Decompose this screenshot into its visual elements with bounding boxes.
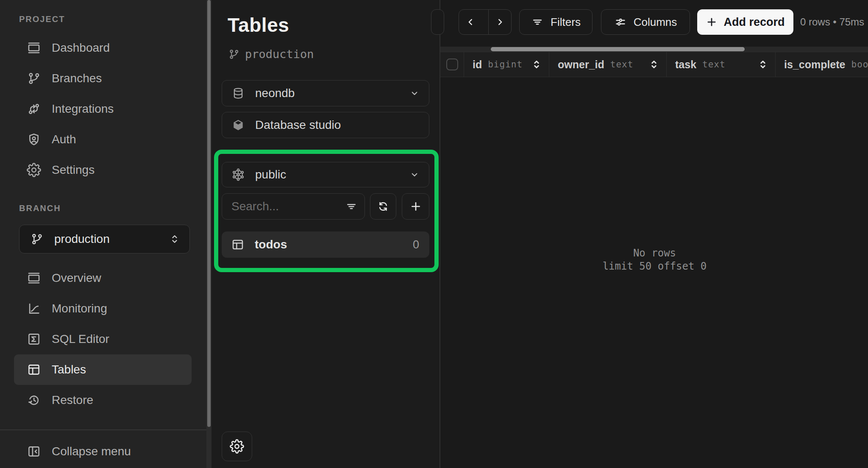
column-name: owner_id: [558, 58, 604, 71]
add-record-label: Add record: [723, 16, 785, 29]
plus-icon: [706, 16, 718, 28]
collapse-menu-button[interactable]: Collapse menu: [0, 436, 206, 467]
empty-state: No rows limit 50 offset 0: [440, 247, 868, 273]
sidebar-item-tables[interactable]: Tables: [14, 354, 192, 385]
filter-icon[interactable]: [345, 200, 358, 213]
overview-icon: [27, 271, 41, 285]
table-search-input[interactable]: [231, 200, 345, 213]
filter-icon: [531, 16, 544, 28]
column-type: bigint: [488, 59, 523, 70]
sidebar-item-auth[interactable]: Auth: [0, 124, 206, 155]
sidebar-item-label: Integrations: [52, 102, 114, 116]
table-row-count: 0: [413, 238, 419, 251]
column-header-id[interactable]: id bigint: [464, 52, 549, 77]
sidebar-item-overview[interactable]: Overview: [0, 263, 206, 293]
sidebar-item-dashboard[interactable]: Dashboard: [0, 33, 206, 63]
query-stats: 0 rows • 75ms: [800, 16, 864, 28]
column-type: text: [702, 59, 726, 70]
neon-console: PROJECT Dashboard Branches Integrations: [0, 0, 868, 468]
chevron-left-icon: [465, 17, 476, 28]
sidebar-item-integrations[interactable]: Integrations: [0, 94, 206, 124]
table-list-item-todos[interactable]: todos 0: [222, 231, 429, 258]
auth-shield-icon: [27, 132, 41, 147]
select-all-checkbox[interactable]: [446, 58, 458, 70]
refresh-icon: [376, 200, 390, 213]
empty-state-line1: No rows: [440, 247, 868, 260]
grid-header-row: id bigint owner_id text task text: [440, 52, 868, 77]
sidebar-item-branches[interactable]: Branches: [0, 63, 206, 94]
database-icon: [231, 86, 245, 100]
database-selector[interactable]: neondb: [222, 80, 429, 106]
table-search: [222, 193, 365, 220]
empty-state-line2: limit 50 offset 0: [440, 260, 868, 273]
sql-editor-icon: [27, 332, 41, 346]
sidebar-item-sql-editor[interactable]: SQL Editor: [0, 324, 206, 354]
schema-hexagon-icon: [231, 168, 245, 181]
prev-page-button[interactable]: [459, 10, 481, 34]
branch-selector-value: production: [54, 232, 110, 246]
sidebar-item-monitoring[interactable]: Monitoring: [0, 293, 206, 324]
table-icon: [27, 362, 41, 377]
schema-selector[interactable]: public: [222, 162, 429, 187]
git-branch-icon: [228, 48, 240, 60]
branch-selector[interactable]: production: [19, 225, 190, 254]
horizontal-scrollbar-thumb[interactable]: [491, 47, 745, 51]
sidebar-item-label: Dashboard: [52, 41, 110, 55]
database-studio-button[interactable]: Database studio: [222, 112, 429, 138]
columns-label: Columns: [634, 16, 677, 29]
gear-icon: [27, 163, 41, 177]
columns-button[interactable]: Columns: [601, 9, 690, 35]
sort-icon[interactable]: [648, 58, 660, 71]
branch-section-label: BRANCH: [19, 203, 61, 213]
branch-breadcrumb: production: [228, 47, 314, 61]
gear-icon: [230, 439, 244, 454]
chevron-right-icon: [495, 17, 506, 28]
sort-icon[interactable]: [530, 58, 543, 71]
column-name: task: [675, 58, 696, 71]
project-nav: Dashboard Branches Integrations Auth: [0, 33, 206, 185]
sort-icon[interactable]: [757, 58, 769, 71]
sidebar-footer: Collapse menu: [0, 436, 206, 467]
column-name: id: [473, 58, 482, 71]
panel-settings-button[interactable]: [222, 432, 252, 461]
branch-name: production: [245, 47, 314, 61]
select-all-cell: [440, 52, 464, 77]
monitoring-icon: [27, 301, 41, 316]
column-type: text: [610, 59, 634, 70]
column-name: is_complete: [784, 58, 846, 71]
collapse-panel-icon: [27, 444, 41, 459]
sidebar-item-label: Overview: [52, 271, 101, 285]
column-header-is-complete[interactable]: is_complete bool: [776, 52, 868, 77]
dashboard-icon: [27, 41, 41, 55]
database-name: neondb: [255, 86, 295, 100]
sidebar-item-label: SQL Editor: [52, 332, 109, 346]
plus-icon: [409, 200, 423, 213]
sidebar-scrollbar: [206, 0, 211, 468]
restore-history-icon: [27, 393, 41, 407]
project-section-label: PROJECT: [19, 14, 65, 24]
refresh-tables-button[interactable]: [370, 193, 396, 220]
page-nav-group: [459, 9, 512, 35]
schema-name: public: [255, 168, 286, 181]
sidebar-item-label: Auth: [52, 133, 76, 146]
toolbar-cropped-button[interactable]: [431, 9, 444, 35]
next-page-button[interactable]: [488, 10, 511, 34]
sidebar-item-label: Restore: [52, 393, 93, 407]
tables-panel: Tables production neondb Database studio: [211, 0, 440, 468]
sidebar-scrollbar-thumb[interactable]: [207, 0, 211, 427]
database-studio-label: Database studio: [255, 118, 341, 132]
add-table-button[interactable]: [402, 193, 429, 220]
sidebar-item-settings[interactable]: Settings: [0, 155, 206, 185]
sidebar-item-restore[interactable]: Restore: [0, 385, 206, 415]
sidebar-item-label: Tables: [52, 363, 86, 376]
filters-label: Filters: [551, 16, 581, 29]
table-icon: [231, 238, 245, 251]
column-header-owner-id[interactable]: owner_id text: [549, 52, 667, 77]
collapse-menu-label: Collapse menu: [52, 445, 131, 458]
column-header-task[interactable]: task text: [667, 52, 776, 77]
filters-button[interactable]: Filters: [519, 9, 593, 35]
sidebar: PROJECT Dashboard Branches Integrations: [0, 0, 206, 468]
add-record-button[interactable]: Add record: [697, 9, 793, 35]
sidebar-item-label: Branches: [52, 72, 102, 85]
branch-nav: Overview Monitoring SQL Editor Tables: [0, 263, 206, 415]
